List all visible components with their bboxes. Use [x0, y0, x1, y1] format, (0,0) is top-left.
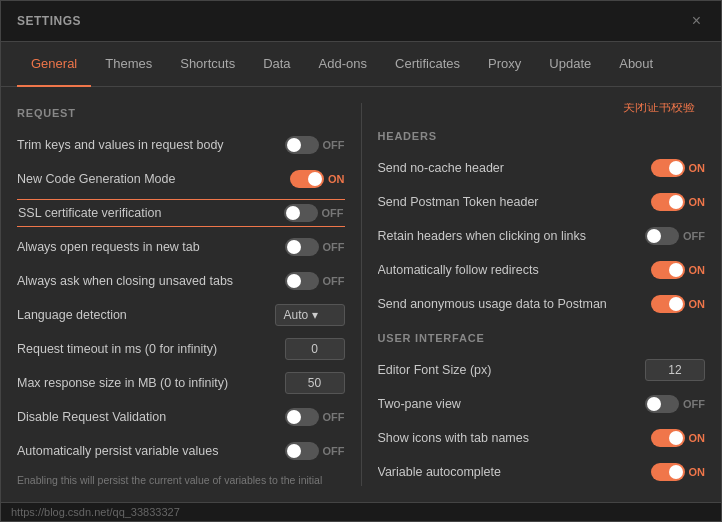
setting-label: Always ask when closing unsaved tabs [17, 274, 285, 288]
setting-label: Language detection [17, 308, 275, 322]
toggle-ssl[interactable]: OFF [284, 204, 344, 222]
toggle-follow-redirects[interactable]: ON [651, 261, 706, 279]
setting-label: Automatically follow redirects [378, 263, 651, 277]
setting-label: Automatically persist variable values [17, 444, 285, 458]
divider [361, 103, 362, 486]
list-item: Send Postman Token header ON [378, 188, 706, 216]
window-title: SETTINGS [17, 14, 81, 28]
list-item: Two-pane view OFF [378, 390, 706, 418]
setting-label: Always open requests in new tab [17, 240, 285, 254]
setting-label: Max response size in MB (0 to infinity) [17, 376, 285, 390]
toggle-close-tabs[interactable]: OFF [285, 272, 345, 290]
tab-data[interactable]: Data [249, 42, 304, 87]
setting-label: New Code Generation Mode [17, 172, 290, 186]
setting-label: Variable autocomplete [378, 465, 651, 479]
toggle-autocomplete[interactable]: ON [651, 463, 706, 481]
toggle-two-pane[interactable]: OFF [645, 395, 705, 413]
toggle-retain-headers[interactable]: OFF [645, 227, 705, 245]
close-button[interactable]: × [688, 11, 705, 31]
list-item: Trim keys and values in request body OFF [17, 131, 345, 159]
left-column: REQUEST Trim keys and values in request … [17, 103, 345, 486]
list-item: Request timeout in ms (0 for infinity) [17, 335, 345, 363]
toggle-code-gen[interactable]: ON [290, 170, 345, 188]
list-item: Automatically follow redirects ON [378, 256, 706, 284]
font-size-input[interactable] [645, 359, 705, 381]
list-item: Language detection Auto ▾ [17, 301, 345, 329]
list-item: Retain headers when clicking on links OF… [378, 222, 706, 250]
tab-about[interactable]: About [605, 42, 667, 87]
setting-label: Two-pane view [378, 397, 646, 411]
list-item: Editor Font Size (px) [378, 356, 706, 384]
timeout-input[interactable] [285, 338, 345, 360]
list-item: Send anonymous usage data to Postman ON [378, 290, 706, 318]
toggle-validation[interactable]: OFF [285, 408, 345, 426]
headers-section-title: HEADERS [378, 130, 706, 142]
ui-section-title: USER INTERFACE [378, 332, 706, 344]
ssl-certificate-row: SSL certificate verification OFF [17, 199, 345, 227]
list-item: Always open requests in new tab OFF [17, 233, 345, 261]
toggle-new-tab[interactable]: OFF [285, 238, 345, 256]
tab-bar: General Themes Shortcuts Data Add-ons Ce… [1, 42, 721, 87]
setting-label: Disable Request Validation [17, 410, 285, 424]
list-item: New Code Generation Mode ON [17, 165, 345, 193]
title-bar: SETTINGS × [1, 1, 721, 42]
list-item: Disable Request Validation OFF [17, 403, 345, 431]
list-item: Max response size in MB (0 to infinity) [17, 369, 345, 397]
setting-label: Send anonymous usage data to Postman [378, 297, 651, 311]
toggle-persist[interactable]: OFF [285, 442, 345, 460]
toggle-anon-usage[interactable]: ON [651, 295, 706, 313]
persist-subtext: Enabling this will persist the current v… [17, 471, 345, 486]
setting-label: Editor Font Size (px) [378, 363, 646, 377]
tab-update[interactable]: Update [535, 42, 605, 87]
setting-label: Retain headers when clicking on links [378, 229, 646, 243]
right-column: 关闭证书校验 HEADERS Send no-cache header ON S… [378, 103, 706, 486]
tab-themes[interactable]: Themes [91, 42, 166, 87]
list-item: Automatically persist variable values OF… [17, 437, 345, 465]
setting-label: Send Postman Token header [378, 195, 651, 209]
setting-label: Show icons with tab names [378, 431, 651, 445]
toggle-trim-keys[interactable]: OFF [285, 136, 345, 154]
tab-certificates[interactable]: Certificates [381, 42, 474, 87]
list-item: Show icons with tab names ON [378, 424, 706, 452]
annotation-text: 关闭证书校验 [378, 103, 706, 116]
status-bar: https://blog.csdn.net/qq_33833327 [1, 502, 721, 521]
setting-label: Request timeout in ms (0 for infinity) [17, 342, 285, 356]
settings-window: SETTINGS × General Themes Shortcuts Data… [0, 0, 722, 522]
tab-general[interactable]: General [17, 42, 91, 87]
tab-shortcuts[interactable]: Shortcuts [166, 42, 249, 87]
setting-label: Trim keys and values in request body [17, 138, 285, 152]
setting-label: SSL certificate verification [18, 206, 284, 220]
max-response-input[interactable] [285, 372, 345, 394]
toggle-no-cache[interactable]: ON [651, 159, 706, 177]
tab-add-ons[interactable]: Add-ons [305, 42, 381, 87]
list-item: Variable autocomplete ON [378, 458, 706, 486]
list-item: Send no-cache header ON [378, 154, 706, 182]
tab-proxy[interactable]: Proxy [474, 42, 535, 87]
setting-label: Send no-cache header [378, 161, 651, 175]
url-text: https://blog.csdn.net/qq_33833327 [11, 506, 180, 518]
toggle-tab-icons[interactable]: ON [651, 429, 706, 447]
toggle-postman-token[interactable]: ON [651, 193, 706, 211]
language-select[interactable]: Auto ▾ [275, 304, 345, 326]
request-section-title: REQUEST [17, 107, 345, 119]
list-item: Always ask when closing unsaved tabs OFF [17, 267, 345, 295]
main-content: REQUEST Trim keys and values in request … [1, 87, 721, 502]
